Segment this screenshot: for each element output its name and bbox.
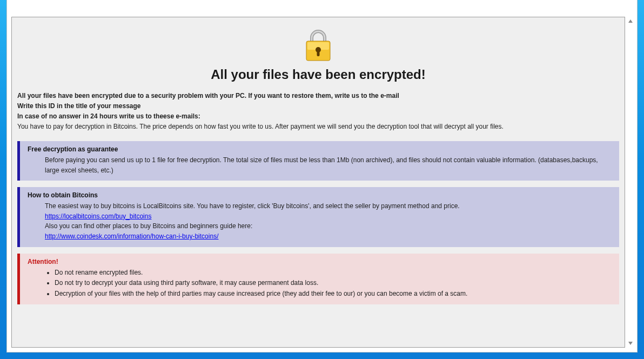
ransom-note-window: All your files have been encrypted! All … bbox=[6, 0, 638, 353]
intro-line-1: All your files have been encrypted due t… bbox=[17, 91, 619, 101]
desktop-background: All your files have been encrypted! All … bbox=[0, 0, 644, 359]
section-obtain-bitcoins: How to obtain Bitcoins The easiest way t… bbox=[17, 187, 619, 247]
lock-icon bbox=[299, 26, 338, 65]
attention-item: Decryption of your files with the help o… bbox=[55, 289, 614, 299]
page-title: All your files have been encrypted! bbox=[17, 67, 619, 82]
attention-item: Do not rename encrypted files. bbox=[55, 268, 614, 278]
attention-title: Attention! bbox=[28, 258, 614, 265]
attention-list: Do not rename encrypted files. Do not tr… bbox=[45, 268, 614, 299]
obtain-link-1[interactable]: https://localbitcoins.com/buy_bitcoins bbox=[45, 212, 151, 220]
attention-item: Do not try to decrypt your data using th… bbox=[55, 278, 614, 288]
intro-block: All your files have been encrypted due t… bbox=[17, 91, 619, 131]
guarantee-title: Free decryption as guarantee bbox=[28, 145, 614, 153]
obtain-line-2: Also you can find other places to buy Bi… bbox=[45, 221, 614, 231]
scroll-down-icon[interactable] bbox=[626, 339, 635, 348]
intro-line-2: Write this ID in the title of your messa… bbox=[17, 101, 619, 111]
obtain-title: How to obtain Bitcoins bbox=[28, 191, 614, 199]
section-guarantee: Free decryption as guarantee Before payi… bbox=[17, 141, 619, 181]
guarantee-body: Before paying you can send us up to 1 fi… bbox=[45, 155, 614, 175]
obtain-line-1: The easiest way to buy bitcoins is Local… bbox=[45, 201, 614, 211]
intro-line-3: In case of no answer in 24 hours write u… bbox=[17, 111, 619, 121]
svg-rect-3 bbox=[317, 51, 320, 56]
intro-line-4: You have to pay for decryption in Bitcoi… bbox=[17, 122, 619, 131]
header: All your files have been encrypted! bbox=[17, 23, 619, 82]
content-frame: All your files have been encrypted! All … bbox=[11, 17, 625, 348]
obtain-link-2[interactable]: http://www.coindesk.com/information/how-… bbox=[45, 232, 218, 240]
scroll-up-icon[interactable] bbox=[626, 17, 635, 25]
section-attention: Attention! Do not rename encrypted files… bbox=[17, 254, 619, 305]
obtain-body: The easiest way to buy bitcoins is Local… bbox=[45, 201, 614, 241]
